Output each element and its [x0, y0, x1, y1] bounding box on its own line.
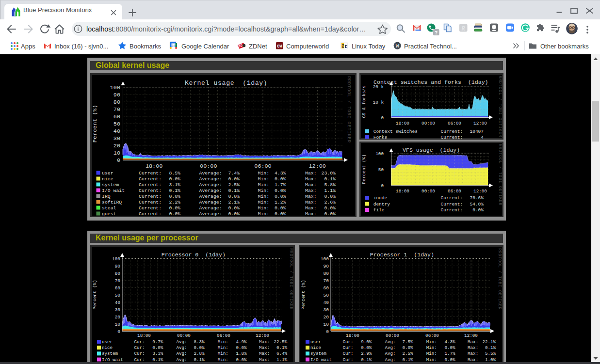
- svg-text:Average:: Average:: [199, 206, 222, 211]
- svg-text:9.7%: 9.7%: [152, 339, 163, 345]
- svg-text:0.1%: 0.1%: [324, 176, 336, 182]
- svg-text:system: system: [102, 351, 118, 356]
- svg-text:4: 4: [481, 135, 484, 140]
- svg-text:Min:: Min:: [218, 339, 228, 345]
- svg-text:4.3%: 4.3%: [275, 171, 286, 176]
- svg-text:lt: lt: [341, 44, 347, 49]
- svg-text:Percent (%): Percent (%): [92, 105, 98, 142]
- svg-text:80: 80: [323, 271, 329, 276]
- svg-text:7.4%: 7.4%: [228, 171, 240, 176]
- svg-text:40: 40: [114, 128, 120, 135]
- svg-text:0: 0: [117, 157, 120, 164]
- svg-text:nice: nice: [102, 345, 113, 350]
- svg-text:0.0%: 0.0%: [228, 194, 240, 199]
- svg-text:Max:: Max:: [305, 206, 317, 211]
- svg-text:0.0%: 0.0%: [169, 194, 180, 199]
- svg-text:0: 0: [381, 115, 384, 121]
- svg-text:20 k: 20 k: [373, 84, 384, 90]
- svg-text:Current:: Current:: [139, 211, 162, 217]
- svg-text:Max:: Max:: [305, 211, 317, 217]
- svg-text:06:00: 06:00: [448, 121, 461, 126]
- svg-text:Percent (%): Percent (%): [361, 154, 367, 184]
- svg-text:2.6%: 2.6%: [324, 200, 336, 205]
- svg-text:RRDTOOL / TOBI OETIKER: RRDTOOL / TOBI OETIKER: [289, 248, 293, 310]
- svg-text:50: 50: [114, 121, 120, 127]
- svg-text:18:00: 18:00: [346, 333, 359, 338]
- svg-text:100: 100: [112, 256, 121, 262]
- svg-text:1.1%: 1.1%: [276, 357, 288, 362]
- svg-text:Current:: Current:: [139, 182, 162, 188]
- svg-text:4.3%: 4.3%: [444, 339, 455, 345]
- svg-text:22.5%: 22.5%: [274, 339, 287, 345]
- svg-text:Average:: Average:: [199, 182, 222, 188]
- svg-text:Min:: Min:: [258, 194, 270, 199]
- svg-text:54.0%: 54.0%: [470, 202, 484, 207]
- svg-text:0.0%: 0.0%: [228, 206, 240, 211]
- svg-text:60: 60: [114, 285, 120, 291]
- svg-text:Cur:: Cur:: [342, 351, 353, 356]
- svg-text:Average:: Average:: [199, 176, 222, 182]
- svg-text:Min:: Min:: [258, 188, 270, 193]
- svg-text:Max:: Max:: [259, 339, 270, 345]
- svg-text:R: R: [462, 26, 466, 32]
- svg-text:Current:: Current:: [441, 129, 463, 134]
- svg-text:0.0%: 0.0%: [472, 207, 484, 213]
- svg-text:8.5%: 8.5%: [169, 171, 180, 176]
- svg-text:0.0%: 0.0%: [324, 194, 336, 199]
- svg-text:0: 0: [326, 329, 329, 334]
- svg-text:Current:: Current:: [139, 200, 162, 205]
- svg-text:30: 30: [323, 307, 329, 313]
- svg-text:100: 100: [321, 256, 329, 262]
- svg-text:1.8%: 1.8%: [236, 351, 247, 356]
- svg-text:10: 10: [114, 150, 120, 157]
- svg-text:00:00: 00:00: [177, 333, 191, 338]
- svg-text:0.0%: 0.0%: [236, 357, 247, 362]
- svg-text:12:00: 12:00: [464, 333, 478, 338]
- svg-text:0.1%: 0.1%: [402, 357, 413, 362]
- svg-text:80: 80: [114, 271, 120, 276]
- svg-text:5.8%: 5.8%: [324, 182, 336, 188]
- svg-text:Min:: Min:: [258, 182, 270, 188]
- svg-text:Current:: Current:: [139, 194, 162, 199]
- svg-text:user: user: [310, 339, 321, 345]
- svg-text:user: user: [102, 171, 114, 176]
- svg-text:Cur:: Cur:: [342, 357, 353, 362]
- svg-text:90: 90: [114, 264, 120, 269]
- svg-text:Current:: Current:: [441, 207, 463, 213]
- svg-text:Min:: Min:: [258, 211, 270, 217]
- svg-text:Context switches: Context switches: [373, 129, 418, 134]
- svg-text:1.0%: 1.0%: [485, 357, 496, 362]
- svg-text:CW: CW: [277, 44, 282, 49]
- svg-text:Min:: Min:: [426, 351, 437, 356]
- svg-text:0.0%: 0.0%: [169, 211, 180, 217]
- svg-text:Max:: Max:: [305, 194, 317, 199]
- svg-text:Max:: Max:: [259, 345, 270, 350]
- svg-text:3.3%: 3.3%: [152, 351, 163, 356]
- svg-text:0.0%: 0.0%: [275, 211, 286, 217]
- svg-text:3.1%: 3.1%: [169, 182, 180, 188]
- svg-text:Min:: Min:: [426, 345, 437, 350]
- svg-text:2.2%: 2.2%: [169, 200, 180, 205]
- svg-text:Min:: Min:: [258, 206, 270, 211]
- svg-text:06:00: 06:00: [217, 333, 230, 338]
- svg-text:Average:: Average:: [199, 200, 222, 205]
- svg-text:?: ?: [435, 31, 438, 36]
- svg-text:Min:: Min:: [218, 345, 228, 350]
- svg-text:23.0%: 23.0%: [322, 171, 336, 176]
- svg-text:Percent (%): Percent (%): [92, 280, 97, 309]
- svg-text:file: file: [373, 207, 385, 213]
- svg-text:10 k: 10 k: [373, 100, 384, 105]
- svg-text:0.0%: 0.0%: [169, 206, 180, 211]
- svg-text:0: 0: [117, 329, 120, 334]
- svg-text:00:00: 00:00: [200, 163, 217, 170]
- svg-text:40: 40: [114, 300, 120, 305]
- svg-text:1.1%: 1.1%: [324, 188, 336, 193]
- svg-text:Current:: Current:: [441, 202, 463, 207]
- svg-text:0.0%: 0.0%: [169, 176, 180, 182]
- svg-text:Context switches and forks (1: Context switches and forks (1day): [373, 79, 488, 85]
- svg-text:system: system: [102, 182, 119, 188]
- svg-text:20: 20: [114, 142, 120, 149]
- svg-text:0.1%: 0.1%: [152, 357, 163, 362]
- svg-text:0.0%: 0.0%: [275, 176, 286, 182]
- svg-text:guest: guest: [102, 211, 116, 217]
